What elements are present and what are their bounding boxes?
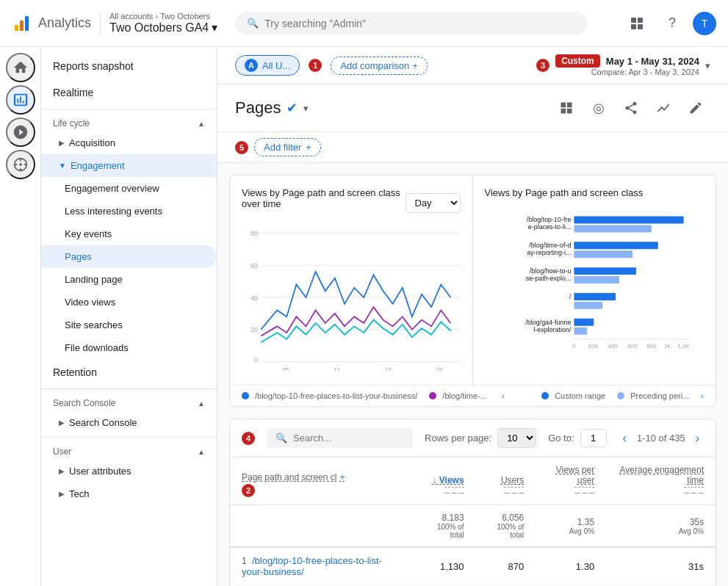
- svg-text:800: 800: [646, 343, 657, 350]
- nav-advertising-button[interactable]: [6, 150, 35, 179]
- table-search-icon: 🔍: [275, 433, 287, 444]
- date-range-selector[interactable]: 3 Custom May 1 - May 31, 2024 Compare: A…: [536, 54, 710, 76]
- table-total-row: 8,183 100% of total 6,056 100% of total …: [230, 505, 716, 548]
- sidebar-item-realtime[interactable]: Realtime: [41, 79, 217, 106]
- property-selector[interactable]: Two Octobers GA4 ▾: [109, 21, 217, 35]
- sidebar-item-reports-snapshot[interactable]: Reports snapshot: [41, 53, 217, 79]
- sidebar-item-landing-page[interactable]: Landing page: [41, 268, 217, 291]
- sidebar-section-user[interactable]: User ▲: [41, 441, 217, 460]
- svg-text:/blog/top-10-fre: /blog/top-10-fre: [526, 216, 571, 223]
- svg-text:e-places-to-li...: e-places-to-li...: [527, 223, 571, 231]
- svg-text:20: 20: [251, 326, 258, 333]
- svg-text:/blog/ga4-funne: /blog/ga4-funne: [525, 319, 571, 326]
- date-chevron-icon[interactable]: ▾: [705, 60, 710, 71]
- legend-custom-range: Custom range: [541, 391, 605, 400]
- help-button[interactable]: ?: [657, 9, 687, 38]
- topbar-actions: ? T: [622, 9, 716, 38]
- svg-rect-6: [638, 24, 643, 29]
- avatar[interactable]: T: [693, 12, 716, 35]
- bar-chart-title: Views by Page path and screen class: [485, 187, 704, 198]
- sidebar-item-file-downloads[interactable]: File downloads: [41, 336, 217, 359]
- anomaly-button[interactable]: [649, 93, 678, 123]
- nav-reports-button[interactable]: [6, 85, 35, 115]
- chevron-down-icon: ▾: [212, 21, 217, 35]
- svg-rect-40: [574, 328, 587, 335]
- filter-badge-1: 1: [309, 59, 322, 72]
- search-input[interactable]: [264, 18, 576, 29]
- svg-rect-0: [15, 25, 18, 31]
- svg-text:ay-reporting-i...: ay-reporting-i...: [527, 249, 571, 256]
- sidebar-item-user-attributes[interactable]: ▶ User attributes: [41, 460, 217, 482]
- svg-text:60: 60: [251, 262, 258, 270]
- sidebar-item-search-console[interactable]: ▶ Search Console: [41, 411, 217, 434]
- svg-text:/blog/time-of-d: /blog/time-of-d: [529, 242, 571, 249]
- sidebar-item-pages[interactable]: Pages: [41, 245, 217, 268]
- apps-grid-button[interactable]: [622, 9, 652, 38]
- table-search-input[interactable]: [293, 433, 404, 444]
- custom-label: Custom: [555, 54, 600, 68]
- divider-1: [41, 109, 217, 109]
- analytics-logo-icon: [12, 13, 32, 34]
- verified-icon: ✔: [286, 100, 298, 116]
- table-section: 4 🔍 Rows per page: 10 25 50: [229, 419, 716, 586]
- sidebar-item-tech[interactable]: ▶ Tech: [41, 482, 217, 505]
- svg-text:l-exploration/: l-exploration/: [533, 326, 572, 333]
- next-page-button[interactable]: ›: [691, 430, 704, 446]
- edit-button[interactable]: [681, 93, 710, 123]
- row-1-path: 1 /blog/top-10-free-places-to-list-your-…: [230, 547, 415, 585]
- goto-control: Go to:: [548, 429, 606, 447]
- legend-dot-2: [429, 392, 436, 399]
- comparison-view-button[interactable]: [552, 93, 581, 123]
- table-search-area[interactable]: 🔍: [267, 428, 413, 448]
- col-add-icon[interactable]: +: [339, 472, 345, 482]
- sidebar-item-video-views[interactable]: Video views: [41, 291, 217, 314]
- sidebar-item-site-searches[interactable]: Site searches: [41, 314, 217, 336]
- insight-button[interactable]: ◎: [584, 93, 613, 123]
- breadcrumb: All accounts › Two Octobers: [109, 12, 217, 21]
- rows-per-page-select[interactable]: 10 25 50: [497, 428, 536, 448]
- share-button[interactable]: [616, 93, 646, 123]
- add-filter-button[interactable]: Add filter +: [254, 138, 321, 156]
- sidebar-item-engagement-overview[interactable]: Engagement overview: [41, 177, 217, 200]
- sidebar-section-search-console[interactable]: Search Console ▲: [41, 392, 217, 411]
- global-search[interactable]: 🔍: [235, 12, 588, 35]
- all-users-chip[interactable]: A All U...: [235, 55, 300, 76]
- legend-preceding-dot: [617, 392, 624, 399]
- rows-per-page-control: Rows per page: 10 25 50: [425, 428, 536, 448]
- row-1-users: 870: [476, 547, 536, 585]
- svg-rect-1: [20, 21, 24, 31]
- nav-home-button[interactable]: [6, 53, 35, 82]
- sidebar-item-engagement[interactable]: ▼ Engagement: [41, 154, 217, 177]
- svg-text:12: 12: [334, 366, 340, 371]
- sidebar-section-lifecycle[interactable]: Life cycle ▲: [41, 112, 217, 131]
- add-comparison-button[interactable]: Add comparison +: [331, 57, 428, 75]
- prev-page-button[interactable]: ‹: [619, 430, 631, 446]
- legend-right-more-icon[interactable]: ›: [701, 391, 704, 400]
- app-name: Analytics: [38, 15, 91, 31]
- goto-input[interactable]: [580, 429, 607, 447]
- legend-more-icon[interactable]: ›: [502, 391, 505, 400]
- comparison-view-icon: [559, 101, 574, 115]
- table-toolbar: 4 🔍 Rows per page: 10 25 50: [230, 419, 716, 457]
- sidebar-item-key-events[interactable]: Key events: [41, 223, 217, 245]
- row-1-views: 1,130: [415, 547, 475, 585]
- granularity-select[interactable]: Day Week Month: [406, 193, 461, 213]
- lifecycle-chevron-icon: ▲: [198, 120, 205, 128]
- svg-rect-2: [25, 16, 29, 31]
- date-range-text: Custom May 1 - May 31, 2024 Compare: Apr…: [555, 54, 699, 76]
- chart-legend: /blog/top-10-free-places-to-list-your-bu…: [230, 385, 716, 406]
- row-1-path-link[interactable]: /blog/top-10-free-places-to-list-your-bu…: [242, 555, 382, 577]
- title-dropdown-icon[interactable]: ▾: [303, 103, 309, 114]
- reports-icon: [12, 92, 29, 108]
- account-nav[interactable]: All accounts › Two Octobers Two Octobers…: [100, 12, 226, 35]
- edit-icon: [688, 101, 703, 115]
- legend-item-1: /blog/top-10-free-places-to-list-your-bu…: [242, 391, 417, 400]
- sidebar-item-acquisition[interactable]: ▶ Acquisition: [41, 131, 217, 154]
- apps-grid-icon: [630, 16, 644, 31]
- nav-explore-button[interactable]: [6, 117, 35, 147]
- sidebar-item-less-interesting-events[interactable]: Less interesting events: [41, 200, 217, 223]
- svg-rect-3: [631, 18, 636, 23]
- realtime-label: Realtime: [53, 87, 93, 98]
- search-console-chevron-icon: ▲: [198, 399, 205, 408]
- sidebar-item-retention[interactable]: Retention: [41, 359, 217, 386]
